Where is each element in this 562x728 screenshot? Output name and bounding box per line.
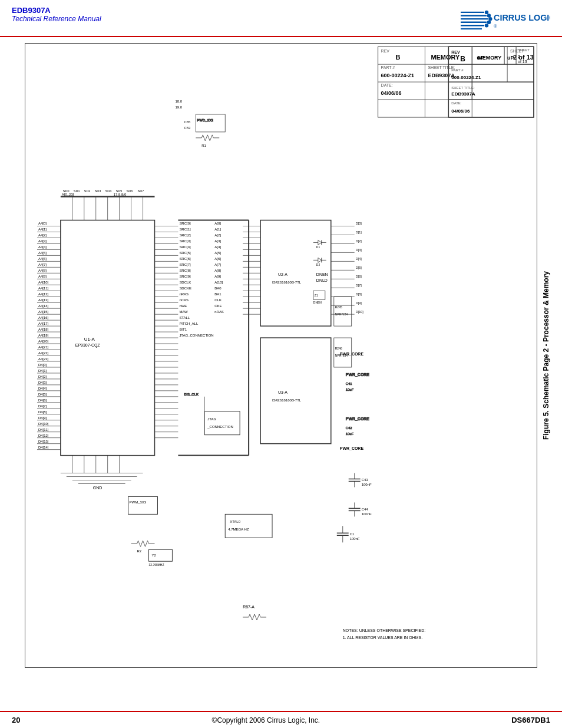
svg-text:D4[6]: D4[6] bbox=[38, 398, 47, 402]
svg-text:SRC[8]: SRC[8] bbox=[179, 269, 191, 272]
svg-text:SRC[4]: SRC[4] bbox=[179, 245, 191, 249]
svg-text:A[5]: A[5] bbox=[214, 251, 221, 255]
svg-text:SD5: SD5 bbox=[116, 189, 123, 193]
svg-text:A4[14]: A4[14] bbox=[38, 304, 49, 308]
svg-text:MAW: MAW bbox=[179, 310, 188, 314]
svg-text:A4[7]: A4[7] bbox=[38, 263, 47, 266]
svg-text:SRC[0]: SRC[0] bbox=[179, 222, 191, 226]
svg-text:NOTES: UNLESS OTHERWISE SPECIF: NOTES: UNLESS OTHERWISE SPECIFIED: bbox=[343, 628, 425, 633]
svg-text:R2: R2 bbox=[137, 549, 142, 553]
cirrus-logic-logo-svg: CIRRUS LOGIC ® bbox=[456, 6, 550, 32]
svg-text:04/06/06: 04/06/06 bbox=[451, 108, 470, 114]
svg-text:BIS_CLK: BIS_CLK bbox=[184, 393, 199, 396]
svg-text:D2: D2 bbox=[316, 263, 320, 266]
svg-text:nRAS: nRAS bbox=[179, 292, 189, 296]
svg-text:C65: C65 bbox=[184, 120, 191, 124]
svg-text:A4[3]: A4[3] bbox=[38, 239, 47, 243]
svg-text:A4[17]: A4[17] bbox=[38, 322, 49, 325]
svg-text:A[3]: A[3] bbox=[214, 239, 221, 243]
svg-text:A[9]: A[9] bbox=[214, 275, 221, 278]
svg-text:B: B bbox=[460, 55, 465, 63]
svg-text:D[6]: D[6] bbox=[356, 275, 362, 278]
svg-text:A4[12]: A4[12] bbox=[38, 292, 49, 296]
svg-text:SHEET: SHEET bbox=[518, 48, 530, 52]
svg-rect-251 bbox=[128, 496, 158, 514]
svg-text:A4[11]: A4[11] bbox=[38, 286, 49, 290]
svg-text:R246: R246 bbox=[335, 347, 342, 350]
svg-text:D4[10]: D4[10] bbox=[38, 422, 49, 426]
svg-text:A4[15]: A4[15] bbox=[38, 310, 49, 314]
svg-text:D4[13]: D4[13] bbox=[38, 440, 49, 443]
svg-text:nWE: nWE bbox=[179, 304, 187, 308]
svg-text:JTAG_CONNECTION: JTAG_CONNECTION bbox=[179, 334, 213, 337]
svg-text:A[4]: A[4] bbox=[214, 245, 221, 249]
svg-text:SRC[9]: SRC[9] bbox=[179, 275, 191, 278]
svg-point-10 bbox=[485, 24, 488, 27]
footer-copyright: ©Copyright 2006 Cirrus Logic, Inc. bbox=[212, 716, 320, 724]
svg-text:SRC[1]: SRC[1] bbox=[179, 228, 191, 231]
svg-point-8 bbox=[488, 17, 492, 21]
svg-text:R87-A: R87-A bbox=[243, 605, 254, 609]
svg-text:D[0]: D[0] bbox=[356, 222, 362, 226]
svg-text:SRC[5]: SRC[5] bbox=[179, 251, 191, 255]
svg-point-6 bbox=[485, 11, 488, 14]
svg-text:DATE:: DATE: bbox=[381, 83, 393, 87]
svg-text:CIRRUS LOGIC: CIRRUS LOGIC bbox=[494, 13, 550, 22]
svg-text:A4[16]: A4[16] bbox=[38, 316, 49, 319]
svg-text:SHEET TITLE:: SHEET TITLE: bbox=[451, 86, 475, 90]
svg-rect-246 bbox=[204, 411, 240, 435]
svg-text:2: 2 bbox=[518, 54, 521, 60]
svg-text:1. ALL RESISTOR VALUES ARE IN : 1. ALL RESISTOR VALUES ARE IN OHMS. bbox=[343, 635, 422, 640]
svg-text:D[7]: D[7] bbox=[356, 284, 362, 287]
svg-text:10uF: 10uF bbox=[346, 432, 354, 436]
svg-text:MEMORY: MEMORY bbox=[478, 55, 501, 61]
svg-text:SD4: SD4 bbox=[105, 189, 112, 193]
svg-text:A4[8]: A4[8] bbox=[38, 269, 47, 272]
svg-text:A4[19]: A4[19] bbox=[38, 334, 49, 337]
svg-text:nCAS: nCAS bbox=[179, 298, 189, 302]
svg-text:uP: uP bbox=[507, 55, 514, 61]
svg-text:A4[20]: A4[20] bbox=[38, 340, 49, 343]
svg-text:IS42S16160B-7TL: IS42S16160B-7TL bbox=[272, 281, 302, 284]
svg-text:A4[22]: A4[22] bbox=[38, 351, 49, 355]
svg-text:SD7: SD7 bbox=[138, 189, 144, 193]
svg-text:A4[10]: A4[10] bbox=[38, 281, 49, 284]
svg-text:U2-A: U2-A bbox=[278, 272, 287, 276]
svg-text:A[0..23]: A[0..23] bbox=[62, 193, 74, 196]
svg-text:600-00224-Z1: 600-00224-Z1 bbox=[381, 73, 414, 78]
svg-text:C42: C42 bbox=[346, 426, 353, 430]
figure-caption: Figure 5. Schematic Page 2 - Processor &… bbox=[542, 271, 550, 440]
svg-text:4.7MEGA HZ: 4.7MEGA HZ bbox=[228, 528, 249, 531]
svg-text:STALL: STALL bbox=[179, 316, 190, 319]
svg-text:D4[14]: D4[14] bbox=[38, 446, 49, 449]
page-header: EDB9307A Technical Reference Manual bbox=[0, 0, 562, 37]
schematic-diagram: REV B MEMORY uP SHEET 2 of 13 PART # 6 bbox=[25, 43, 537, 668]
svg-text:A[6]: A[6] bbox=[214, 257, 221, 261]
svg-text:D4[2]: D4[2] bbox=[38, 375, 47, 378]
svg-text:C53: C53 bbox=[184, 126, 191, 130]
svg-text:SD6: SD6 bbox=[127, 189, 133, 193]
svg-text:32.768MHZ: 32.768MHZ bbox=[149, 563, 164, 566]
svg-text:C43: C43 bbox=[362, 479, 369, 482]
svg-text:04/06/06: 04/06/06 bbox=[381, 90, 402, 96]
svg-text:A[2]: A[2] bbox=[214, 233, 221, 237]
svg-text:D4[5]: D4[5] bbox=[38, 393, 47, 396]
footer-page-number: 20 bbox=[12, 716, 20, 724]
svg-text:CLK: CLK bbox=[214, 298, 222, 302]
svg-text:BIT1: BIT1 bbox=[179, 328, 187, 331]
svg-text:Y2: Y2 bbox=[152, 554, 157, 557]
svg-text:D4[11]: D4[11] bbox=[38, 428, 49, 431]
svg-text:REV: REV bbox=[451, 50, 460, 54]
svg-text:MEMORY: MEMORY bbox=[431, 54, 460, 61]
svg-text:D[3]: D[3] bbox=[356, 248, 362, 252]
document-id: EDB9307A bbox=[12, 6, 101, 15]
svg-text:PART #: PART # bbox=[381, 65, 395, 70]
document-subtitle: Technical Reference Manual bbox=[12, 15, 101, 23]
svg-text:D4[7]: D4[7] bbox=[38, 404, 47, 408]
svg-text:SRC[7]: SRC[7] bbox=[179, 263, 191, 266]
svg-rect-213 bbox=[225, 514, 272, 538]
svg-text:D4[9]: D4[9] bbox=[38, 416, 47, 420]
svg-text:A[7]: A[7] bbox=[214, 263, 221, 266]
svg-text:D[9]: D[9] bbox=[356, 301, 362, 305]
svg-text:A[10]: A[10] bbox=[214, 281, 223, 284]
